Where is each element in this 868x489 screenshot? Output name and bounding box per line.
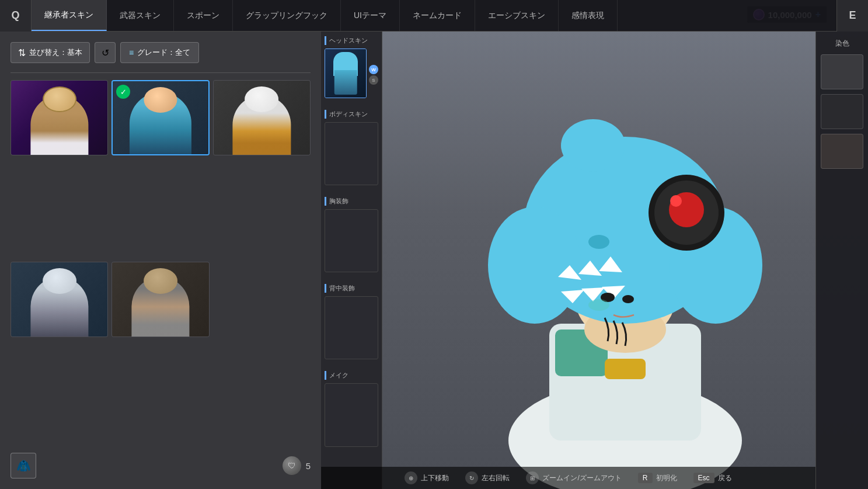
skin-card-1[interactable] (11, 80, 108, 155)
panel-divider (11, 72, 311, 73)
hint-reset: R初明化 (638, 473, 677, 483)
hint-icon-vertical: ⊕ (405, 471, 417, 484)
skin-card-4[interactable] (11, 262, 108, 337)
color-label: 染色 (821, 39, 863, 48)
svg-point-23 (588, 299, 609, 311)
nav-tab-emote[interactable]: 感情表現 (559, 0, 618, 31)
color-swatch-2[interactable] (821, 94, 863, 129)
layers-icon: ≡ (129, 48, 134, 57)
equip-slot-makeup[interactable] (325, 383, 378, 446)
hint-back: Esc戻る (693, 473, 732, 483)
equip-label-chest-deco: 胸装飾 (325, 197, 378, 206)
color-swatch-1[interactable] (821, 54, 863, 89)
equip-label-body-skin: ボディスキン (325, 110, 378, 119)
left-panel: ⇅ 並び替え：基本 ↺ ≡ グレード：全て ✓ 🧥 🛡 5 (0, 32, 321, 489)
color-swatch-3[interactable] (821, 134, 863, 169)
skin-face-4 (43, 268, 76, 294)
hint-icon-rotate: ↻ (465, 471, 478, 484)
hint-rotate: ↻左右回転 (465, 471, 510, 484)
grade-button[interactable]: ≡ グレード：全て (120, 42, 199, 63)
equip-section-chest-deco: 胸装飾 (321, 192, 382, 279)
nav-tab-inheritor-skin[interactable]: 継承者スキン (32, 0, 107, 31)
skin-face-5 (144, 268, 177, 294)
e-button[interactable]: E (836, 0, 868, 32)
skin-face-3 (245, 86, 278, 112)
svg-point-13 (670, 195, 682, 207)
hint-label-rotate: 左右回転 (482, 473, 510, 483)
hint-icon-zoom: ⊞ (526, 471, 539, 484)
nav-tab-namecard[interactable]: ネームカード (400, 0, 475, 31)
hint-label-vertical: 上下移動 (421, 473, 449, 483)
equip-label-makeup: メイク (325, 371, 378, 380)
counter-icon: 🛡 (283, 456, 301, 475)
equip-section-makeup: メイク (321, 366, 382, 453)
equip-slot-body-skin[interactable] (325, 122, 378, 185)
svg-point-20 (588, 235, 609, 249)
bottom-hints: ⊕上下移動↻左右回転⊞ズームイン/ズームアウトR初明化Esc戻る (321, 467, 815, 489)
skin-face-2 (144, 87, 177, 113)
nav-tab-ace-skin[interactable]: エーシブスキン (475, 0, 559, 31)
character-visual (382, 32, 868, 489)
equip-label-back-deco: 背中装飾 (325, 284, 378, 293)
svg-point-22 (622, 295, 634, 303)
hint-label-zoom: ズームイン/ズームアウト (542, 473, 621, 483)
hint-key-back: Esc (693, 473, 714, 483)
hint-label-back: 戻る (718, 473, 732, 483)
skin-card-3[interactable] (213, 80, 311, 155)
svg-rect-3 (605, 359, 646, 379)
hanger-button[interactable]: 🧥 (11, 453, 36, 478)
skin-face-1 (43, 86, 76, 112)
equip-section-head-skin: ヘッドスキンWS (321, 32, 382, 105)
svg-point-9 (561, 119, 625, 172)
toolbar: ⇅ 並び替え：基本 ↺ ≡ グレード：全て (11, 42, 311, 63)
equip-slot-back-deco[interactable] (325, 296, 378, 359)
head-skin-preview (325, 49, 366, 98)
main-content: ⇅ 並び替え：基本 ↺ ≡ グレード：全て ✓ 🧥 🛡 5 (0, 32, 868, 489)
q-button[interactable]: Q (0, 0, 32, 32)
hint-vertical: ⊕上下移動 (405, 471, 449, 484)
skin-grid: ✓ (11, 80, 311, 440)
counter-display: 🛡 5 (283, 456, 311, 475)
skin-card-2[interactable]: ✓ (111, 80, 209, 155)
character-svg (406, 32, 844, 489)
equip-section-back-deco: 背中装飾 (321, 279, 382, 366)
right-color-panel: 染色 (815, 32, 868, 489)
ws-indicator-w[interactable]: W (369, 65, 378, 74)
skin-card-5[interactable] (111, 262, 209, 337)
nav-tab-grappling[interactable]: グラップリングフック (233, 0, 341, 31)
center-panel: ヘッドスキンWSボディスキン胸装飾背中装飾メイク (321, 32, 382, 489)
hint-key-reset: R (638, 473, 653, 483)
equip-slot-head-skin[interactable] (325, 48, 367, 98)
svg-point-7 (488, 207, 581, 324)
sort-icon: ⇅ (18, 47, 26, 58)
nav-tabs: 継承者スキン武器スキンスポーングラップリングフックUIテーマネームカードエーシブ… (32, 0, 836, 31)
hint-zoom: ⊞ズームイン/ズームアウト (526, 471, 621, 484)
hint-label-reset: 初明化 (656, 473, 677, 483)
left-panel-bottom: 🧥 🛡 5 (11, 447, 311, 478)
nav-tab-weapon-skin[interactable]: 武器スキン (107, 0, 174, 31)
sort-button[interactable]: ⇅ 並び替え：基本 (11, 42, 90, 63)
ws-indicator-s[interactable]: S (369, 75, 378, 85)
top-navigation: Q 継承者スキン武器スキンスポーングラップリングフックUIテーマネームカードエー… (0, 0, 868, 32)
equip-label-head-skin: ヘッドスキン (325, 36, 378, 45)
equip-slot-chest-deco[interactable] (325, 209, 378, 272)
counter-value: 5 (306, 461, 311, 471)
nav-tab-spawn[interactable]: スポーン (174, 0, 233, 31)
reset-icon: ↺ (102, 47, 109, 58)
reset-button[interactable]: ↺ (95, 42, 116, 63)
equip-section-body-skin: ボディスキン (321, 105, 382, 192)
character-viewer (382, 32, 868, 489)
hanger-icon: 🧥 (16, 459, 31, 473)
nav-tab-ui-theme[interactable]: UIテーマ (341, 0, 400, 31)
